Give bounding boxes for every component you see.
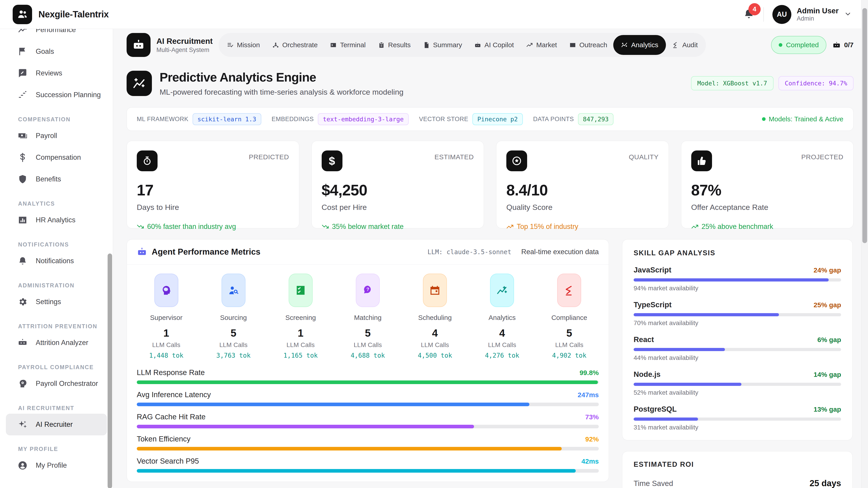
data-points-value: 847,293 — [578, 113, 614, 125]
skill-gap: 13% gap — [813, 405, 841, 413]
progress-track — [137, 447, 599, 451]
sidebar-item-payroll-orchestrator[interactable]: Payroll Orchestrator — [0, 373, 113, 394]
list-icon — [227, 41, 234, 48]
stairs-icon — [18, 90, 28, 100]
bell-icon — [18, 256, 28, 266]
terminal-icon — [330, 41, 337, 48]
metric-value: 92% — [585, 435, 599, 443]
trend-down-icon — [322, 223, 329, 230]
main-content: AI Recruitment Multi-Agent System Missio… — [113, 29, 868, 488]
execution-metrics: LLM Response Rate 99.8% Avg Inference La… — [127, 359, 609, 482]
sidebar-item-hr-analytics[interactable]: HR Analytics — [0, 209, 113, 231]
sidebar-section-notifications: NOTIFICATIONS — [0, 241, 113, 248]
tab-ai-copilot[interactable]: AI Copilot — [468, 35, 520, 55]
agent-call-count: 1 — [298, 327, 304, 339]
tab-label: Analytics — [631, 41, 658, 49]
sidebar: Performance Goals Reviews Succession Pla… — [0, 29, 113, 488]
sidebar-item-ai-recruiter[interactable]: AI Recruiter — [6, 414, 107, 435]
robot-gear-icon — [18, 379, 28, 389]
metric-value: 73% — [585, 413, 599, 421]
user-menu[interactable]: AU Admin User Admin — [772, 5, 852, 24]
sidebar-section-my-profile: MY PROFILE — [0, 446, 113, 452]
sidebar-item-reviews[interactable]: Reviews — [0, 62, 113, 84]
sidebar-item-label: Compensation — [36, 153, 81, 162]
agent-tokens: 4,500 tok — [418, 352, 452, 359]
notifications-button[interactable]: 4 — [743, 8, 755, 21]
agent-name: Analytics — [489, 314, 516, 322]
tab-analytics[interactable]: Analytics — [613, 35, 666, 55]
agent-progress: 0/7 — [832, 41, 854, 49]
sidebar-item-label: Reviews — [36, 69, 62, 77]
sidebar-item-label: Succession Planning — [36, 91, 101, 99]
trend-down-icon — [137, 223, 144, 230]
skill-availability: 44% market availability — [633, 354, 841, 361]
window-scrollbar-thumb[interactable] — [862, 8, 867, 243]
sidebar-item-payroll[interactable]: Payroll — [0, 125, 113, 147]
trend-up-icon — [526, 41, 533, 48]
skill-fill — [633, 348, 725, 351]
brand-logo — [13, 5, 32, 24]
user-role: Admin — [797, 15, 839, 22]
card-trend-label: Top 15% of industry — [517, 223, 578, 231]
embeddings-value: text-embedding-3-large — [318, 113, 409, 125]
checklist-icon — [289, 273, 313, 307]
tab-summary[interactable]: Summary — [417, 35, 468, 55]
person-search-icon — [221, 273, 246, 307]
network-icon — [272, 41, 279, 48]
bell-icon — [743, 17, 755, 21]
stat-cards: PREDICTED 17 Days to Hire 60% faster tha… — [127, 141, 854, 228]
sidebar-item-notifications[interactable]: Notifications — [0, 250, 113, 272]
sidebar-item-compensation[interactable]: Compensation — [0, 147, 113, 168]
sidebar-item-performance[interactable]: Performance — [0, 29, 113, 41]
agent-tokens: 4,902 tok — [552, 352, 587, 359]
skill-track — [633, 278, 841, 282]
agent-call-count: 5 — [230, 327, 237, 339]
progress-count: 0/7 — [844, 41, 854, 49]
agent-call-count: 5 — [566, 327, 572, 339]
tab-mission[interactable]: Mission — [221, 35, 266, 55]
agent-calls-label: LLM Calls — [219, 341, 247, 349]
skill-fill — [633, 278, 829, 282]
metric-value: 99.8% — [580, 369, 599, 377]
agent-call-count: 1 — [163, 327, 169, 339]
sidebar-item-benefits[interactable]: Benefits — [0, 168, 113, 190]
sidebar-item-label: AI Recruiter — [36, 420, 73, 429]
card-label: Cost per Hire — [322, 203, 474, 212]
window-scrollbar[interactable] — [861, 0, 868, 488]
sidebar-item-label: Attrition Analyzer — [36, 339, 88, 347]
flag-icon — [18, 46, 28, 57]
skill-name: Node.js — [633, 370, 660, 379]
agent-name: Scheduling — [418, 314, 452, 322]
tab-orchestrate[interactable]: Orchestrate — [266, 35, 324, 55]
models-status-label: Models: Trained & Active — [769, 115, 843, 123]
skill-availability: 70% market availability — [633, 320, 841, 327]
sidebar-item-succession-planning[interactable]: Succession Planning — [0, 84, 113, 106]
skill-gap-panel: SKILL GAP ANALYSIS JavaScript 24% gap 94… — [622, 239, 852, 440]
avatar: AU — [772, 5, 792, 24]
sidebar-scrollbar-thumb[interactable] — [107, 254, 112, 488]
page-icon — [127, 71, 152, 96]
agent-calls-label: LLM Calls — [421, 341, 449, 349]
sidebar-item-goals[interactable]: Goals — [0, 41, 113, 62]
sidebar-item-settings[interactable]: Settings — [0, 291, 113, 313]
card-tag: ESTIMATED — [434, 153, 474, 161]
user-circle-icon — [18, 460, 28, 470]
agent-call-count: 4 — [432, 327, 438, 339]
agent-screening: Screening 1 LLM Calls 1,165 tok — [267, 273, 334, 359]
agent-calls-label: LLM Calls — [555, 341, 583, 349]
tab-outreach[interactable]: Outreach — [563, 35, 613, 55]
agent-analytics: Analytics 4 LLM Calls 4,276 tok — [469, 273, 536, 359]
metric-label: RAG Cache Hit Rate — [137, 413, 206, 421]
agent-name: Screening — [285, 314, 316, 322]
card-trend-label: 25% above benchmark — [702, 223, 773, 231]
ml-framework-label: ML FRAMEWORK — [137, 116, 188, 123]
module-title: AI Recruitment — [156, 37, 213, 46]
tab-terminal[interactable]: Terminal — [324, 35, 372, 55]
tab-audit[interactable]: Audit — [666, 35, 704, 55]
card-value: $4,250 — [322, 181, 474, 199]
tab-results[interactable]: Results — [372, 35, 417, 55]
sidebar-item-attrition-analyzer[interactable]: Attrition Analyzer — [0, 332, 113, 354]
skill-gap: 6% gap — [817, 336, 841, 344]
sidebar-item-my-profile[interactable]: My Profile — [0, 455, 113, 476]
tab-market[interactable]: Market — [520, 35, 563, 55]
